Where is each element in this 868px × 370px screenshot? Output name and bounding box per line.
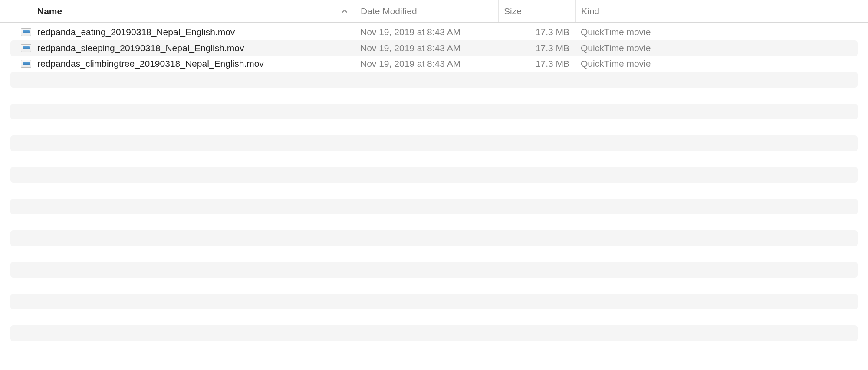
empty-row [10,72,858,88]
empty-row [10,262,858,278]
column-header-date-label: Date Modified [361,6,417,16]
file-row[interactable]: redpanda_eating_20190318_Nepal_English.m… [10,24,858,40]
empty-row [10,88,858,104]
empty-row [10,104,858,120]
column-header-kind-label: Kind [581,6,599,16]
column-header-name[interactable]: Name [0,0,355,22]
empty-row [10,278,858,294]
column-header-date-modified[interactable]: Date Modified [355,0,498,22]
empty-row [10,325,858,341]
empty-row [10,135,858,151]
file-name-cell: redpanda_sleeping_20190318_Nepal_English… [10,43,355,53]
sort-ascending-icon [341,8,348,15]
movie-file-icon [21,60,31,68]
empty-row [10,341,858,357]
column-header-kind[interactable]: Kind [575,0,868,22]
file-size: 17.3 MB [498,27,575,37]
file-name: redpanda_eating_20190318_Nepal_English.m… [37,27,235,37]
file-name-cell: redpanda_eating_20190318_Nepal_English.m… [10,27,355,37]
empty-row [10,199,858,215]
empty-row [10,294,858,310]
empty-row [10,119,858,135]
column-header-size[interactable]: Size [498,0,575,22]
file-date-modified: Nov 19, 2019 at 8:43 AM [355,27,498,37]
column-header-row: Name Date Modified Size Kind [0,0,868,23]
file-date-modified: Nov 19, 2019 at 8:43 AM [355,59,498,69]
empty-row [10,246,858,262]
empty-row [10,309,858,325]
file-name-cell: redpandas_climbingtree_20190318_Nepal_En… [10,59,355,69]
column-header-size-label: Size [504,6,522,16]
file-kind: QuickTime movie [575,59,858,69]
file-name: redpandas_climbingtree_20190318_Nepal_En… [37,59,264,69]
movie-file-icon [21,28,31,36]
column-header-name-label: Name [37,6,62,16]
file-kind: QuickTime movie [575,43,858,53]
file-row[interactable]: redpanda_sleeping_20190318_Nepal_English… [10,40,858,56]
empty-row [10,167,858,183]
file-name: redpanda_sleeping_20190318_Nepal_English… [37,43,244,53]
file-row[interactable]: redpandas_climbingtree_20190318_Nepal_En… [10,56,858,72]
file-size: 17.3 MB [498,43,575,53]
empty-row [10,151,858,167]
empty-row [10,214,858,230]
file-kind: QuickTime movie [575,27,858,37]
file-size: 17.3 MB [498,59,575,69]
file-date-modified: Nov 19, 2019 at 8:43 AM [355,43,498,53]
empty-row [10,230,858,246]
empty-row [10,183,858,199]
file-list: redpanda_eating_20190318_Nepal_English.m… [0,23,868,357]
movie-file-icon [21,44,31,52]
